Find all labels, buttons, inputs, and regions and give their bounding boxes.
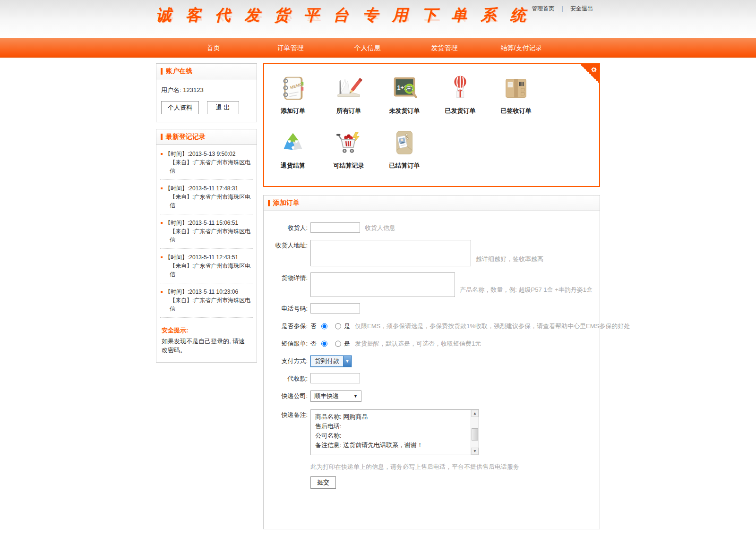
logout-button[interactable]: 退 出: [207, 101, 239, 114]
header-marker: [268, 200, 270, 206]
note-label: 快递备注:: [271, 409, 310, 455]
payment-select[interactable]: 货到付款 ▼: [310, 356, 352, 367]
scroll-down-icon[interactable]: ▼: [471, 448, 479, 455]
site-title: 诚 客 代 发 货 平 台 专 用 下 单 系 统: [156, 5, 530, 26]
package-icon: [501, 74, 531, 103]
shortcut-shipped-orders[interactable]: 已发货订单: [432, 74, 488, 115]
phone-label: 电话号码:: [271, 303, 310, 314]
shortcut-all-orders[interactable]: 所有订单: [321, 74, 377, 115]
insure-no-radio[interactable]: [321, 321, 327, 332]
nav-item-orders[interactable]: 订单管理: [252, 38, 329, 58]
book-pencil-icon: [334, 74, 363, 103]
account-box-title: 账户在线: [166, 67, 192, 76]
record-separator: [160, 283, 253, 283]
goods-hint: 产品名称，数量，例: 超级P57 1盒 +丰韵丹姿1盒: [460, 284, 593, 296]
form-header: 添加订单: [264, 195, 600, 211]
record-time: 2013-5-11 17:48:31: [189, 185, 238, 192]
login-record: 【时间】:2013-5-13 9:50:02 【来自】:广东省广州市海珠区电信: [160, 150, 253, 175]
record-bullet-icon: [161, 153, 163, 155]
scroll-up-icon[interactable]: ▲: [471, 410, 479, 417]
record-time-label: 【时间】:: [165, 288, 189, 295]
nav-item-settlement[interactable]: 结算/支付记录: [483, 38, 560, 58]
insure-label: 是否参保:: [271, 321, 310, 332]
memo-notebook-icon: MEMO: [278, 74, 308, 103]
record-time-label: 【时间】:: [165, 254, 189, 261]
record-time: 2013-5-11 15:06:51: [189, 220, 238, 226]
login-record: 【时间】:2013-5-11 10:23:06 【来自】:广东省广州市海珠区电信: [160, 288, 253, 313]
record-time: 2013-5-11 12:43:51: [189, 254, 238, 261]
shopping-cart-icon: [334, 128, 363, 158]
header-links: 管理首页 | 安全退出: [532, 5, 593, 13]
login-record: 【时间】:2013-5-11 15:06:51 【来自】:广东省广州市海珠区电信: [160, 219, 253, 244]
link-separator: |: [562, 5, 563, 12]
login-records-box: 最新登记记录 【时间】:2013-5-13 9:50:02 【来自】:广东省广州…: [156, 129, 257, 363]
consignee-input[interactable]: [310, 222, 360, 233]
add-order-panel: 添加订单 收货人: 收货人信息 收货人地址: 越详细越好，签收率越高 货物详情:…: [263, 195, 600, 529]
phone-input[interactable]: [310, 303, 360, 314]
page-header: 诚 客 代 发 货 平 台 专 用 下 单 系 统 诚 客 代 发 货 平 台 …: [0, 0, 756, 38]
sms-hint: 发货提醒，默认选是，可选否，收取短信费1元: [355, 338, 481, 349]
cod-input[interactable]: [310, 373, 360, 383]
record-from-label: 【来自】:: [170, 263, 194, 269]
shortcut-settleable-records[interactable]: 可结算记录: [321, 128, 377, 170]
insure-yes-radio[interactable]: [335, 321, 341, 332]
record-bullet-icon: [161, 291, 163, 293]
consignee-hint: 收货人信息: [365, 222, 395, 234]
record-separator: [160, 248, 253, 249]
nav-item-profile[interactable]: 个人信息: [329, 38, 406, 58]
courier-select-value: 顺丰快递: [314, 392, 339, 400]
sms-no-label: 否: [310, 338, 317, 349]
record-time-label: 【时间】:: [165, 220, 189, 226]
record-separator: [160, 317, 253, 318]
login-record: 【时间】:2013-5-11 12:43:51 【来自】:广东省广州市海珠区电信: [160, 253, 253, 279]
username-row: 用户名: 123123: [161, 86, 252, 94]
payment-select-value: 货到付款: [311, 356, 343, 366]
shortcut-settled-orders[interactable]: 已结算订单: [377, 128, 432, 170]
form-title: 添加订单: [273, 199, 300, 207]
address-textarea[interactable]: [310, 240, 471, 266]
sms-yes-radio[interactable]: [335, 338, 341, 349]
envelope-badge-icon: [390, 128, 419, 158]
admin-home-link[interactable]: 管理首页: [532, 5, 554, 12]
record-separator: [160, 214, 253, 214]
courier-label: 快递公司:: [271, 390, 310, 402]
record-time-label: 【时间】:: [165, 151, 189, 157]
courier-note-textarea[interactable]: 商品名称: 网购商品 售后电话: 公司名称: 备注信息: 送货前请先电话联系，谢…: [310, 409, 479, 455]
scrollbar-track[interactable]: [471, 417, 479, 448]
safe-logout-link[interactable]: 安全退出: [570, 5, 593, 12]
shortcut-label: 所有订单: [321, 107, 377, 115]
security-tip-text: 如果发现不是自己登录的, 请速改密码。: [160, 337, 253, 355]
recycle-icon: [278, 128, 308, 158]
record-time: 2013-5-13 9:50:02: [189, 151, 235, 157]
profile-button[interactable]: 个人资料: [161, 101, 199, 114]
chalkboard-magnifier-icon: 1+1=?: [390, 74, 419, 103]
sms-no-radio[interactable]: [321, 338, 327, 349]
main-nav: 首页 订单管理 个人信息 发货管理 结算/支付记录: [0, 38, 756, 58]
consignee-label: 收货人:: [271, 222, 310, 234]
scrollbar-thumb[interactable]: [472, 428, 478, 441]
shortcuts-panel: MEMO 添加订单: [263, 63, 600, 187]
shortcut-return-settlement[interactable]: 退货结算: [265, 128, 321, 170]
shortcut-unshipped-orders[interactable]: 1+1=? 未发货订单: [377, 74, 432, 115]
insure-hint: 仅限EMS，须参保请选是，参保费按货款1%收取，强烈建议参保，请查看帮助中心里E…: [355, 321, 630, 332]
sms-label: 短信跟单:: [271, 338, 310, 349]
scrollbar: ▲ ▼: [471, 410, 479, 455]
goods-label: 货物详情:: [271, 272, 310, 297]
header-marker: [161, 68, 163, 75]
submit-button[interactable]: 提交: [310, 476, 336, 489]
shortcut-label: 已结算订单: [377, 161, 432, 170]
corner-ribbon[interactable]: [580, 64, 599, 83]
nav-item-shipping[interactable]: 发货管理: [406, 38, 483, 58]
nav-item-home[interactable]: 首页: [175, 38, 252, 58]
records-box-header: 最新登记记录: [156, 129, 257, 145]
cod-label: 代收款:: [271, 373, 310, 384]
note-hint: 此为打印在快递单上的信息，请务必写上售后电话，平台不提供售后电话服务: [310, 461, 519, 473]
record-bullet-icon: [161, 187, 163, 189]
shortcut-signed-orders[interactable]: 已签收订单: [488, 74, 544, 115]
goods-textarea[interactable]: [310, 272, 455, 297]
insure-no-label: 否: [310, 321, 317, 332]
shortcut-add-order[interactable]: MEMO 添加订单: [265, 74, 321, 115]
sms-yes-label: 是: [344, 338, 350, 349]
courier-select[interactable]: 顺丰快递 ▼: [310, 390, 361, 402]
shortcut-label: 添加订单: [265, 107, 321, 115]
